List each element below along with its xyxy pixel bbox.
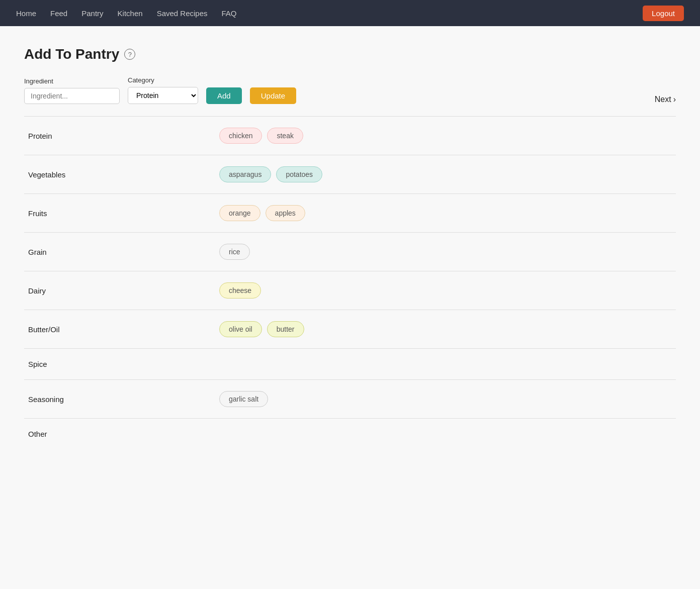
add-form: Ingredient Category ProteinVegetablesFru… (24, 76, 676, 104)
ingredient-chip[interactable]: apples (266, 205, 305, 221)
table-row: Seasoninggarlic salt (24, 380, 676, 419)
category-label-cell: Other (24, 419, 215, 450)
nav-link-feed[interactable]: Feed (50, 9, 67, 18)
chevron-right-icon: › (673, 95, 676, 104)
category-select[interactable]: ProteinVegetablesFruitsGrainDairyButter/… (128, 87, 198, 104)
chips-cell (215, 419, 676, 450)
table-row: Vegetablesasparaguspotatoes (24, 155, 676, 194)
chips-cell: cheese (215, 271, 676, 310)
nav-link-faq[interactable]: FAQ (222, 9, 237, 18)
logout-button[interactable]: Logout (643, 6, 684, 21)
nav-link-saved-recipes[interactable]: Saved Recipes (157, 9, 208, 18)
ingredient-chip[interactable]: steak (267, 128, 303, 144)
category-group: Category ProteinVegetablesFruitsGrainDai… (128, 76, 198, 104)
table-row: Fruitsorangeapples (24, 194, 676, 233)
update-button[interactable]: Update (250, 87, 296, 104)
table-row: Spice (24, 349, 676, 380)
add-button[interactable]: Add (206, 87, 242, 104)
ingredient-chip[interactable]: potatoes (276, 166, 322, 182)
chips-cell: orangeapples (215, 194, 676, 233)
nav-link-pantry[interactable]: Pantry (81, 9, 103, 18)
ingredient-chip[interactable]: garlic salt (219, 391, 268, 407)
ingredient-chip[interactable]: olive oil (219, 321, 262, 337)
table-row: Dairycheese (24, 271, 676, 310)
nav-link-home[interactable]: Home (16, 9, 36, 18)
chips-cell: olive oilbutter (215, 310, 676, 349)
ingredient-chip[interactable]: butter (267, 321, 304, 337)
pantry-table: ProteinchickensteakVegetablesasparaguspo… (24, 116, 676, 449)
category-label-cell: Protein (24, 117, 215, 155)
table-row: Butter/Oilolive oilbutter (24, 310, 676, 349)
ingredient-chip[interactable]: orange (219, 205, 260, 221)
category-label-cell: Grain (24, 233, 215, 271)
table-row: Other (24, 419, 676, 450)
category-label-cell: Vegetables (24, 155, 215, 194)
chips-cell: chickensteak (215, 117, 676, 155)
ingredient-chip[interactable]: rice (219, 244, 250, 260)
page-title-row: Add To Pantry ? (24, 46, 676, 62)
ingredient-group: Ingredient (24, 77, 120, 104)
next-button[interactable]: Next › (655, 95, 676, 104)
category-label-cell: Spice (24, 349, 215, 380)
ingredient-chip[interactable]: asparagus (219, 166, 271, 182)
table-row: Grainrice (24, 233, 676, 271)
chips-cell (215, 349, 676, 380)
ingredient-chip[interactable]: cheese (219, 282, 261, 299)
table-row: Proteinchickensteak (24, 117, 676, 155)
ingredient-label: Ingredient (24, 77, 120, 85)
main-content: Add To Pantry ? Ingredient Category Prot… (0, 26, 700, 469)
category-label-cell: Seasoning (24, 380, 215, 419)
category-label: Category (128, 76, 198, 84)
next-label: Next (655, 95, 671, 104)
chips-cell: rice (215, 233, 676, 271)
nav-links: HomeFeedPantryKitchenSaved RecipesFAQ (16, 9, 643, 18)
ingredient-input[interactable] (24, 88, 120, 104)
help-icon[interactable]: ? (124, 49, 135, 60)
category-label-cell: Butter/Oil (24, 310, 215, 349)
category-label-cell: Fruits (24, 194, 215, 233)
page-title: Add To Pantry (24, 46, 119, 62)
chips-cell: garlic salt (215, 380, 676, 419)
nav-link-kitchen[interactable]: Kitchen (118, 9, 143, 18)
navbar: HomeFeedPantryKitchenSaved RecipesFAQ Lo… (0, 0, 700, 26)
chips-cell: asparaguspotatoes (215, 155, 676, 194)
ingredient-chip[interactable]: chicken (219, 128, 262, 144)
category-label-cell: Dairy (24, 271, 215, 310)
